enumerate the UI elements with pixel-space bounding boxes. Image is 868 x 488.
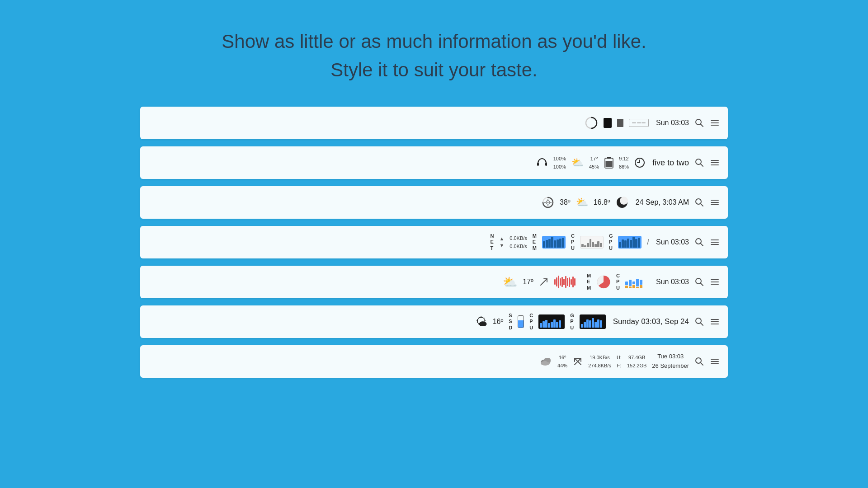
- dark-chart2-item: [580, 314, 606, 329]
- list-item-7[interactable]: [710, 357, 720, 366]
- search-item-1[interactable]: [694, 118, 704, 128]
- svg-point-27: [620, 197, 628, 205]
- svg-line-48: [701, 323, 703, 326]
- net-label: N E T: [490, 233, 494, 251]
- search-item-6[interactable]: [694, 317, 704, 327]
- list-item-6[interactable]: [710, 317, 720, 327]
- cpu-chart: [580, 236, 604, 249]
- disk-free-value: 152.2GB: [627, 362, 646, 369]
- time-display-1: Sun 03:03: [656, 119, 689, 127]
- time-item-5: Sun 03:03: [654, 278, 689, 286]
- mem-chart: [542, 236, 566, 249]
- search-item-3[interactable]: [694, 197, 704, 207]
- weather-temp-item: 17º 45%: [589, 155, 599, 170]
- search-item-7[interactable]: [694, 357, 704, 366]
- search-item-4[interactable]: [694, 237, 704, 247]
- menubar-3: 38º ⛅ 16.8º 24 Sep, 3:03 AM: [140, 186, 728, 219]
- cloud2-item: [539, 355, 552, 368]
- weather-sunny-item: ⛅: [503, 275, 517, 289]
- menubar-6: 🌤 16º S S D C P U: [140, 305, 728, 338]
- disk-labels-item: U: F:: [617, 354, 622, 369]
- mem-label: M E M: [533, 233, 537, 251]
- svg-line-2: [701, 124, 703, 127]
- time-display-4: Sun 03:03: [656, 238, 689, 246]
- header-line1: Show as little or as much information as…: [222, 27, 646, 56]
- ssd-bar-item: [518, 315, 524, 328]
- disk-u-label: U:: [617, 354, 622, 361]
- volume-item: 100% 100%: [553, 155, 566, 170]
- ring-icon-item: [585, 116, 598, 130]
- list-item-1[interactable]: [710, 118, 720, 128]
- header-section: Show as little or as much information as…: [222, 27, 646, 84]
- svg-rect-10: [605, 161, 612, 167]
- svg-point-21: [547, 202, 549, 203]
- svg-rect-9: [607, 157, 611, 159]
- stacked-bars-chart: [625, 276, 649, 288]
- header-line2: Style it to suit your taste.: [222, 56, 646, 84]
- svg-rect-6: [537, 163, 539, 166]
- weather-cloud-icon: ⛅: [571, 157, 584, 169]
- date-time2-item: Tue 03:03 26 September: [652, 353, 689, 370]
- activity-arrow-icon: [539, 277, 549, 287]
- net-label-item: N E T: [490, 233, 494, 251]
- weather-temp2-item: 16.8º: [594, 198, 610, 206]
- svg-line-15: [701, 164, 703, 167]
- audio-wave-item: [554, 276, 581, 288]
- activity-arrow2-icon: [573, 357, 583, 366]
- list-item-5[interactable]: [710, 277, 720, 287]
- svg-line-29: [701, 204, 703, 206]
- list-item-2[interactable]: [710, 158, 720, 168]
- audio-wave-chart: [554, 276, 581, 288]
- mem-label2: M E M: [587, 273, 591, 291]
- mem-chart-item: [542, 236, 566, 249]
- svg-line-43: [701, 283, 703, 286]
- clock-icon: [634, 157, 645, 168]
- clock-item: [634, 157, 645, 168]
- ssd-bar-chart: [518, 315, 524, 328]
- info-i-label: i: [647, 238, 649, 246]
- list-icon-5: [710, 277, 720, 287]
- list-icon-1: [710, 118, 720, 128]
- search-icon-7: [694, 357, 704, 366]
- list-item-4[interactable]: [710, 237, 720, 247]
- cpu-spin-item: [542, 196, 554, 209]
- gpu-chart: [618, 236, 642, 249]
- weather-temp-line2: 45%: [589, 164, 599, 170]
- cpu-chart-item: [580, 236, 604, 249]
- dark-gpu-chart: [580, 314, 606, 329]
- headphone-icon: [536, 157, 548, 169]
- pie-item: [596, 275, 611, 289]
- time-item-6: Sunday 03:03, Sep 24: [611, 317, 689, 326]
- time-display-6: Sunday 03:03, Sep 24: [613, 317, 689, 326]
- menubar-7: 16º 44% 19.0KB/s 274.8KB/s U: F: 97.4GB …: [140, 345, 728, 378]
- ring-icon: [585, 116, 598, 130]
- mem-label-item: M E M: [533, 233, 537, 251]
- cpu-label: C P U: [571, 233, 575, 251]
- volume-line1: 100%: [553, 155, 566, 162]
- dark-chart1-item: [538, 314, 565, 329]
- list-item-3[interactable]: [710, 197, 720, 207]
- disk-used-value: 97.4GB: [628, 354, 645, 361]
- net-speed-down: 0.0KB/s: [509, 243, 527, 249]
- disk-values-item: 97.4GB 152.2GB: [627, 354, 646, 369]
- battery-info-line1: 9:12: [619, 155, 628, 162]
- cpu-temp-value: 38º: [560, 198, 571, 206]
- disk-f-label: F:: [617, 362, 622, 369]
- volume-line2: 100%: [553, 164, 566, 170]
- net-speed2-down: 274.8KB/s: [588, 362, 611, 369]
- activity-arrow-item: [539, 277, 549, 287]
- weather-temp4-value: 16º: [493, 318, 504, 326]
- search-item-2[interactable]: [694, 158, 704, 168]
- list-icon-3: [710, 197, 720, 207]
- search-item-5[interactable]: [694, 277, 704, 287]
- date-time2-line2: 26 September: [652, 362, 689, 370]
- net-speeds-item: 0.0KB/s 0.0KB/s: [509, 235, 527, 250]
- weather-temp-line1: 17º: [590, 155, 598, 162]
- weather-sunny-icon: ⛅: [503, 275, 517, 289]
- time-item-3: 24 Sep, 3:03 AM: [634, 198, 689, 206]
- rect-small-item: [617, 119, 623, 127]
- search-icon-5: [694, 277, 704, 287]
- search-icon-2: [694, 158, 704, 168]
- time-display-5: Sun 03:03: [656, 278, 689, 286]
- svg-line-34: [701, 244, 703, 246]
